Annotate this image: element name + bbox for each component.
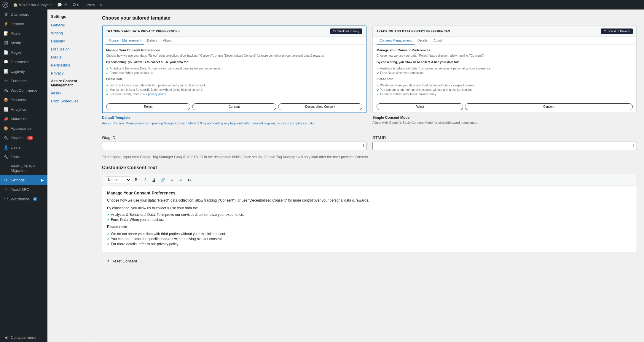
template-tab-about-default[interactable]: About: [160, 37, 175, 45]
editor-area[interactable]: Manage Your Consent Preferences Choose h…: [102, 186, 637, 252]
ordered-list-btn[interactable]: ≡: [168, 176, 176, 184]
collapse-icon: ◀: [4, 335, 8, 340]
sidebar-item-products[interactable]: 📦 Products: [0, 95, 47, 104]
consent-btn-default[interactable]: Consent: [192, 103, 276, 110]
sub-sidebar-item-privacy[interactable]: Privacy: [47, 69, 95, 77]
sidebar-item-feedback[interactable]: ✉ Feedback: [0, 76, 47, 86]
template-tabs-simple: Consent Management Details About: [373, 37, 636, 45]
clear-format-btn[interactable]: Tx: [186, 176, 193, 184]
template-card-simple: TRACKING AND DATA PRIVACY PREFERENCES 🛡 …: [372, 26, 637, 131]
reject-btn-default[interactable]: Reject: [106, 103, 190, 110]
sidebar-item-marketing[interactable]: 📣 Marketing: [0, 114, 47, 124]
admin-bar-plugin[interactable]: V: [100, 3, 103, 7]
sidebar-item-users[interactable]: 👤 Users: [0, 142, 47, 152]
sidebar-item-yoast[interactable]: Y Yoast SEO: [0, 185, 47, 194]
main-content: Choose your tailored template TRACKING A…: [95, 10, 644, 342]
privacy-policy-link[interactable]: privacy policy.: [148, 93, 167, 96]
gtm-info-icon[interactable]: ℹ: [633, 143, 635, 148]
sidebar-item-pages[interactable]: 📄 Pages: [0, 48, 47, 57]
marketing-icon: 📣: [4, 116, 8, 121]
sidebar-item-analytics[interactable]: 📈 Analytics: [0, 104, 47, 114]
sidebar-item-tools[interactable]: 🔧 Tools: [0, 152, 47, 162]
sidebar-item-media[interactable]: 🖼 Media: [0, 38, 47, 48]
reject-btn-simple[interactable]: Reject: [377, 103, 463, 110]
admin-bar-new[interactable]: + New: [84, 3, 95, 7]
sidebar-item-dashboard[interactable]: ⊞ Dashboard: [0, 10, 47, 19]
sub-sidebar-item-discussion[interactable]: Discussion: [47, 45, 95, 53]
template-body-default-desc: Choose how we use your data: "Reject" da…: [106, 54, 362, 58]
sub-sidebar-item-aesirx2[interactable]: aesirx: [47, 89, 95, 97]
sub-sidebar-item-aesirx[interactable]: Aesirx Consent Management: [47, 77, 95, 89]
analytics-icon: 📈: [4, 107, 8, 112]
admin-bar-comments[interactable]: 💬 15: [57, 3, 67, 7]
sidebar-item-migration[interactable]: ↑ All-in-One WP Migration: [0, 162, 47, 175]
template-tab-about-simple[interactable]: About: [431, 37, 445, 45]
template-list-item: ✔ Analytics & Behavioral Data: To improv…: [106, 67, 362, 70]
sub-sidebar-item-permalinks[interactable]: Permalinks: [47, 61, 95, 69]
template-card-default-inner[interactable]: TRACKING AND DATA PRIVACY PREFERENCES 🛡 …: [102, 26, 366, 113]
template-list-item: ✔ Form Data: When you contact us.: [377, 71, 633, 75]
sub-sidebar-item-media[interactable]: Media: [47, 53, 95, 61]
gtag-info-icon[interactable]: ℹ: [363, 143, 364, 148]
sub-sidebar-item-general[interactable]: General: [47, 21, 95, 29]
sidebar-item-posts[interactable]: 📝 Posts: [0, 28, 47, 38]
decentralized-btn-default[interactable]: Decentralized Consent: [278, 103, 362, 110]
check-icon: ✔: [107, 218, 110, 222]
svg-text:W: W: [4, 3, 7, 7]
template-buttons-default: Reject Consent Decentralized Consent: [103, 101, 366, 113]
tools-icon: 🔧: [4, 154, 8, 159]
sidebar-item-settings[interactable]: ⚙ Settings ▶: [0, 175, 47, 185]
template-note-item: ✔ For more details, refer to our privacy…: [106, 93, 362, 96]
admin-bar-site[interactable]: 🏠 Wp Demo Analytics: [13, 3, 52, 7]
sidebar-item-comments[interactable]: 💬 Comments: [0, 57, 47, 66]
bold-btn[interactable]: B: [132, 176, 140, 184]
sidebar-item-jetpack[interactable]: ⚡ Jetpack: [0, 19, 47, 28]
sub-sidebar-item-cron[interactable]: Cron Schedules: [47, 97, 95, 105]
template-body-default-title: Manage Your Consent Preferences: [106, 48, 362, 52]
template-card-simple-inner[interactable]: TRACKING AND DATA PRIVACY PREFERENCES 🛡 …: [372, 26, 637, 113]
link-btn[interactable]: 🔗: [159, 176, 167, 184]
admin-bar-comment-count[interactable]: 🗨 0: [72, 3, 79, 7]
reset-consent-button[interactable]: ↺ Reset Consent: [102, 257, 141, 265]
shield-btn-simple[interactable]: 🛡 Shield of Privacy: [601, 28, 633, 34]
migration-icon: ↑: [4, 166, 8, 171]
template-card-default-header: TRACKING AND DATA PRIVACY PREFERENCES 🛡 …: [103, 26, 366, 37]
fields-help-text: To configure, input your Google Tag Mana…: [102, 155, 637, 159]
template-body-simple: Manage Your Consent Preferences Choose h…: [373, 45, 636, 101]
check-icon: ✔: [377, 72, 379, 75]
check-icon: ✔: [106, 88, 109, 92]
plugins-badge: 10: [27, 136, 33, 140]
sidebar-item-logtivity[interactable]: 📊 Logtivity: [0, 66, 47, 76]
sidebar-item-woocommerce[interactable]: 🛍 WooCommerce: [0, 86, 47, 95]
underline-btn[interactable]: U: [150, 176, 158, 184]
gtm-field-group: GTM ID ℹ: [372, 135, 637, 150]
template-body-simple-desc: Choose how we use your data: "Reject" da…: [377, 54, 633, 58]
consent-btn-simple[interactable]: Consent: [465, 103, 633, 110]
template-tab-details-simple[interactable]: Details: [415, 37, 431, 45]
shield-icon: 🛡: [333, 30, 336, 33]
unordered-list-btn[interactable]: ≡: [177, 176, 184, 184]
italic-btn[interactable]: I: [141, 176, 149, 184]
editor-note-item: ✔ You can opt-in later for specific feat…: [107, 237, 632, 241]
sub-sidebar-item-reading[interactable]: Reading: [47, 37, 95, 45]
templates-grid: TRACKING AND DATA PRIVACY PREFERENCES 🛡 …: [102, 26, 637, 131]
template-tab-consent-simple[interactable]: Consent Management: [377, 37, 415, 45]
sub-sidebar: Settings General Writing Reading Discuss…: [47, 10, 95, 342]
appearance-icon: 🎨: [4, 126, 8, 131]
gtag-field-group: Gtag ID ℹ: [102, 135, 366, 150]
sidebar-item-plugins[interactable]: 🔌 Plugins 10: [0, 133, 47, 142]
gtm-input[interactable]: [372, 142, 637, 150]
gtag-input[interactable]: [102, 142, 366, 150]
sub-sidebar-item-writing[interactable]: Writing: [47, 29, 95, 37]
template-tab-consent-default[interactable]: Consent Management: [106, 37, 144, 45]
format-select[interactable]: Normal Heading 1 Heading 2 Heading 3: [105, 176, 131, 183]
template-body-default: Manage Your Consent Preferences Choose h…: [103, 45, 366, 101]
please-note-label-default: Please note: [106, 77, 362, 81]
template-tab-details-default[interactable]: Details: [144, 37, 160, 45]
shield-btn-default[interactable]: 🛡 Shield of Privacy: [330, 28, 362, 34]
sidebar-collapse-menu[interactable]: ◀ Collapse menu: [0, 332, 47, 342]
sidebar-item-appearance[interactable]: 🎨 Appearance: [0, 124, 47, 133]
comments-icon: 💬: [4, 59, 8, 64]
sidebar-item-wordfence[interactable]: 🛡 Wordfence 8: [0, 194, 47, 204]
admin-bar-wp-logo[interactable]: W: [2, 2, 8, 8]
